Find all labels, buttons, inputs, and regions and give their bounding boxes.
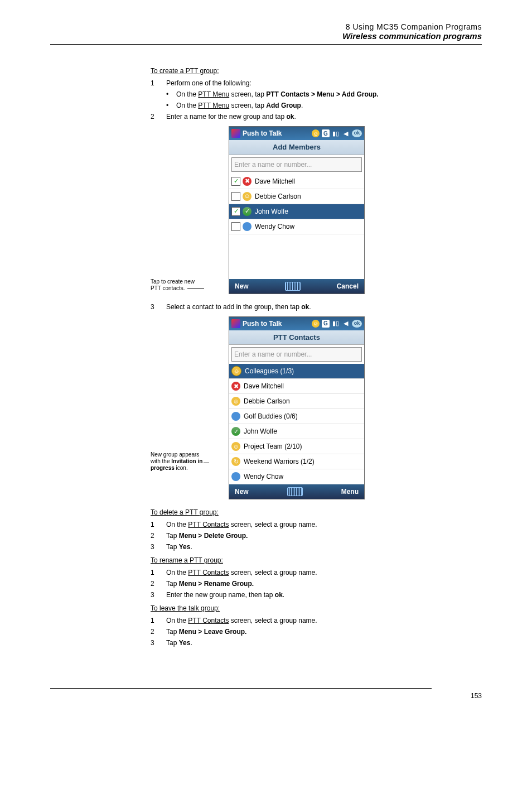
group-name: Colleagues (1/3) (245, 366, 294, 376)
callout-line-icon (204, 463, 209, 463)
group-row[interactable]: ☺ Project Team (2/10) (229, 439, 364, 454)
keyboard-icon[interactable] (287, 487, 303, 496)
presence-dnd-icon: ✖ (231, 382, 240, 391)
group-row-selected[interactable]: ☺ Colleagues (1/3) (229, 364, 364, 379)
list-number: 1 (151, 520, 166, 530)
step-text: Tap Menu > Delete Group. (166, 531, 248, 541)
checkbox-icon[interactable] (231, 222, 240, 231)
list-number: 3 (151, 302, 166, 312)
step-text: Tap Menu > Rename Group. (166, 579, 254, 589)
contact-row[interactable]: ✓ John Wolfe (229, 424, 364, 439)
presence-away-icon: ☺ (231, 397, 240, 406)
bullet-icon: • (151, 100, 176, 110)
ok-button[interactable]: ok (352, 129, 362, 137)
list-number: 2 (151, 112, 166, 122)
volume-icon[interactable]: ◀ (342, 129, 350, 137)
network-t-icon[interactable]: G (322, 320, 330, 328)
section-subtitle: Wireless communication programs (50, 31, 482, 41)
network-t-icon[interactable]: G (322, 129, 330, 137)
smiley-status-icon[interactable]: ☺ (312, 129, 320, 137)
delete-group-heading: To delete a PTT group: (151, 507, 482, 517)
list-number: 2 (151, 627, 166, 637)
list-number: 1 (151, 616, 166, 626)
list-number: 1 (151, 78, 166, 88)
step-text: Select a contact to add in the group, th… (166, 302, 311, 312)
group-invitation-icon: ↻ (231, 457, 240, 466)
contact-name: Dave Mitchell (244, 381, 284, 391)
checkbox-icon[interactable] (231, 207, 240, 216)
app-flag-icon (231, 319, 240, 328)
group-icon: ☺ (231, 442, 240, 451)
list-number: 2 (151, 579, 166, 589)
contact-name: Debbie Carlson (255, 191, 301, 201)
step-text: On the PTT Contacts screen, select a gro… (166, 520, 317, 530)
bullet-text: On the PTT Menu screen, tap PTT Contacts… (176, 89, 379, 99)
softkey-new[interactable]: New (235, 487, 249, 497)
presence-offline-icon (243, 222, 252, 231)
group-row[interactable]: Golf Buddies (0/6) (229, 409, 364, 424)
group-name: Weekend Warriors (1/2) (244, 456, 315, 467)
app-flag-icon (231, 129, 240, 138)
contact-name: Debbie Carlson (244, 396, 290, 406)
step-text: Enter the new group name, then tap ok. (166, 590, 284, 600)
list-number: 3 (151, 638, 166, 648)
callout-line-icon (187, 289, 204, 289)
presence-available-icon: ✓ (231, 427, 240, 436)
presence-dnd-icon: ✖ (243, 177, 252, 186)
checkbox-icon[interactable] (231, 192, 240, 201)
contact-row[interactable]: Wendy Chow (229, 469, 364, 484)
group-icon (231, 412, 240, 421)
group-row[interactable]: ↻ Weekend Warriors (1/2) (229, 454, 364, 469)
window-title: Push to Talk (243, 319, 312, 329)
search-input[interactable]: Enter a name or number... (231, 157, 362, 172)
softkey-menu[interactable]: Menu (341, 487, 359, 497)
step-text: Tap Yes. (166, 542, 192, 552)
contact-row[interactable]: ☺ Debbie Carlson (229, 189, 364, 204)
presence-available-icon: ✓ (243, 207, 252, 216)
phone2-caption: New group appears with the Invitation in… (151, 451, 226, 472)
list-number: 3 (151, 590, 166, 600)
volume-icon[interactable]: ◀ (342, 320, 350, 328)
softkey-new[interactable]: New (235, 281, 249, 291)
search-input[interactable]: Enter a name or number... (231, 347, 362, 362)
contact-row[interactable]: ✖ Dave Mitchell (229, 174, 364, 189)
contact-row[interactable]: ☺ Debbie Carlson (229, 394, 364, 409)
contact-name: John Wolfe (244, 426, 277, 436)
phone-screenshot-add-members: Push to Talk ☺ G ▮▯ ◀ ok Add Members Ent… (229, 126, 365, 294)
group-icon: ☺ (231, 366, 241, 376)
bullet-icon: • (151, 89, 176, 99)
contact-row-selected[interactable]: ✓ John Wolfe (229, 204, 364, 219)
signal-icon[interactable]: ▮▯ (332, 129, 340, 137)
contact-row[interactable]: ✖ Dave Mitchell (229, 379, 364, 394)
chapter-title: 8 Using MC35 Companion Programs (50, 22, 482, 31)
header-divider (50, 44, 482, 45)
contact-name: Wendy Chow (255, 222, 294, 232)
empty-list-area (229, 234, 364, 279)
rename-group-heading: To rename a PTT group: (151, 555, 482, 565)
step-text: On the PTT Contacts screen, select a gro… (166, 616, 317, 626)
page-number: 153 (471, 692, 482, 700)
step-text: Enter a name for the new group and tap o… (166, 112, 296, 122)
softkey-cancel[interactable]: Cancel (337, 281, 359, 291)
bullet-text: On the PTT Menu screen, tap Add Group. (176, 100, 303, 110)
window-title: Push to Talk (243, 128, 312, 138)
contact-name: John Wolfe (255, 206, 288, 217)
screen-header: Add Members (229, 140, 364, 155)
checkbox-icon[interactable] (231, 177, 240, 186)
presence-away-icon: ☺ (243, 192, 252, 201)
ok-button[interactable]: ok (352, 320, 362, 328)
step-text: Tap Yes. (166, 638, 192, 648)
list-number: 2 (151, 531, 166, 541)
keyboard-icon[interactable] (285, 282, 301, 291)
presence-offline-icon (231, 472, 240, 481)
create-group-heading: To create a PTT group: (151, 66, 482, 76)
window-title-bar: Push to Talk ☺ G ▮▯ ◀ ok (229, 317, 364, 330)
group-name: Project Team (2/10) (244, 441, 302, 451)
list-number: 1 (151, 568, 166, 578)
contact-row[interactable]: Wendy Chow (229, 219, 364, 234)
window-title-bar: Push to Talk ☺ G ▮▯ ◀ ok (229, 127, 364, 140)
step-text: Tap Menu > Leave Group. (166, 627, 246, 637)
footer-divider (50, 688, 432, 689)
smiley-status-icon[interactable]: ☺ (312, 320, 320, 328)
signal-icon[interactable]: ▮▯ (332, 320, 340, 328)
